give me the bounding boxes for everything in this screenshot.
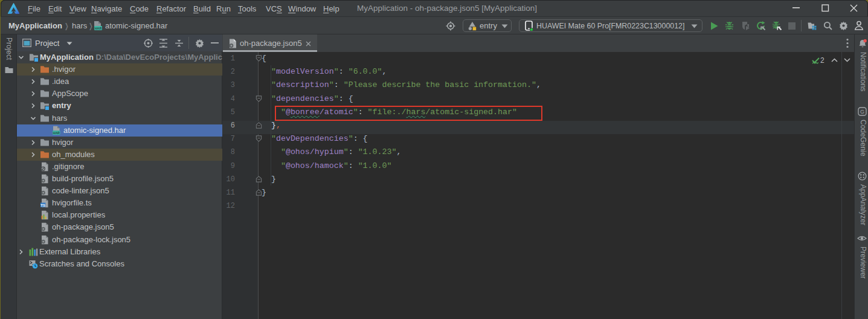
svg-text:HAR: HAR [95, 27, 102, 30]
svg-text:HAR: HAR [53, 131, 60, 135]
svg-text:G: G [860, 109, 864, 115]
svg-text:TS: TS [40, 204, 45, 207]
